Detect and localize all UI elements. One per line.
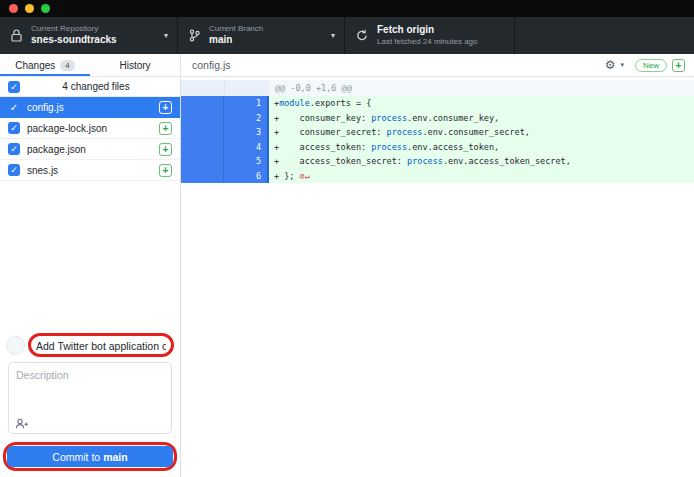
- diff-lines: 1+module.exports = {2+ consumer_key: pro…: [181, 96, 694, 183]
- old-line-number: [181, 169, 224, 184]
- sidebar-tabbar: Changes 4 History: [0, 54, 180, 77]
- code-keyword: process: [371, 113, 407, 123]
- file-row[interactable]: ✓package-lock.json+: [0, 118, 180, 139]
- commit-button-branch: main: [103, 451, 128, 463]
- new-line-number: 2: [224, 111, 267, 126]
- diff-line-code: + access_token: process.env.access_token…: [269, 140, 694, 155]
- diff-line-gutter[interactable]: 6: [181, 169, 269, 184]
- file-row[interactable]: ✓snes.js+: [0, 160, 180, 181]
- file-checkbox[interactable]: ✓: [8, 164, 20, 176]
- file-checkbox[interactable]: ✓: [8, 143, 20, 155]
- avatar: [6, 336, 25, 355]
- diff-line[interactable]: 1+module.exports = {: [181, 96, 694, 111]
- branch-name: main: [209, 34, 263, 47]
- added-status-icon: +: [159, 164, 172, 177]
- minimize-window-button[interactable]: [25, 4, 34, 13]
- old-line-number: [181, 140, 224, 155]
- diff-line[interactable]: 2+ consumer_key: process.env.consumer_ke…: [181, 111, 694, 126]
- code-text: .env.consumer_secret,: [422, 127, 529, 137]
- tab-changes[interactable]: Changes 4: [0, 54, 90, 76]
- file-name: package-lock.json: [27, 123, 152, 134]
- file-row[interactable]: ✓config.js+: [0, 97, 180, 118]
- file-checkbox[interactable]: ✓: [8, 122, 20, 134]
- file-name: config.js: [27, 102, 152, 113]
- fetch-sublabel: Last fetched 24 minutes ago: [377, 37, 478, 47]
- code-keyword: module: [279, 98, 310, 108]
- sync-icon: [356, 29, 368, 42]
- code-text: .exports = {: [310, 98, 371, 108]
- diff-line-gutter[interactable]: 5: [181, 154, 269, 169]
- zoom-window-button[interactable]: [41, 4, 50, 13]
- repository-name: snes-soundtracks: [31, 34, 117, 47]
- file-list: ✓config.js+✓package-lock.json+✓package.j…: [0, 97, 180, 181]
- hunk-header-row: @@ -0,0 +1,6 @@: [181, 80, 694, 96]
- commit-form: Commit to main: [0, 328, 180, 477]
- current-repository-dropdown[interactable]: Current Repository snes-soundtracks ▾: [0, 17, 178, 54]
- branch-labels: Current Branch main: [209, 24, 263, 47]
- expand-diff-icon[interactable]: +: [672, 59, 685, 72]
- diff-line[interactable]: 6+ }; ⊘↵: [181, 169, 694, 184]
- code-text: + consumer_key:: [274, 113, 371, 123]
- diff-line-gutter[interactable]: 2: [181, 111, 269, 126]
- commit-summary-input[interactable]: [34, 338, 168, 354]
- new-line-number: 1: [224, 96, 267, 111]
- select-all-checkbox[interactable]: ✓: [8, 81, 20, 93]
- diff-line-gutter[interactable]: 4: [181, 140, 269, 155]
- tab-history-label: History: [119, 60, 150, 71]
- new-line-number: 6: [224, 169, 267, 184]
- new-line-number: 5: [224, 154, 267, 169]
- repository-labels: Current Repository snes-soundtracks: [31, 24, 117, 47]
- diff-body: @@ -0,0 +1,6 @@ 1+module.exports = {2+ c…: [181, 77, 694, 183]
- main-content: Changes 4 History ✓ 4 changed files ✓con…: [0, 54, 694, 477]
- code-keyword: process: [407, 156, 443, 166]
- commit-summary-row: [6, 333, 174, 357]
- changed-files-count: 4 changed files: [20, 81, 172, 92]
- old-line-number: [181, 111, 224, 126]
- repository-label: Current Repository: [31, 24, 117, 34]
- commit-description-input[interactable]: [9, 363, 171, 409]
- commit-button-prefix: Commit to: [52, 451, 103, 463]
- file-name: package.json: [27, 144, 152, 155]
- file-row[interactable]: ✓package.json+: [0, 139, 180, 160]
- code-text: .env.access_token_secret,: [443, 156, 571, 166]
- chevron-down-icon: ▾: [331, 31, 335, 40]
- checkmark-icon[interactable]: ✓: [8, 102, 20, 113]
- fetch-labels: Fetch origin Last fetched 24 minutes ago: [377, 24, 478, 47]
- tab-changes-label: Changes: [15, 60, 55, 71]
- diff-header: config.js ⚙ ▾ New +: [181, 54, 694, 77]
- changes-sidebar: Changes 4 History ✓ 4 changed files ✓con…: [0, 54, 181, 477]
- code-text: .env.access_token,: [407, 142, 499, 152]
- changed-files-header: ✓ 4 changed files: [0, 77, 180, 97]
- gear-icon[interactable]: ⚙: [605, 59, 616, 71]
- code-text: + access_token_secret:: [274, 156, 407, 166]
- fetch-origin-button[interactable]: Fetch origin Last fetched 24 minutes ago: [345, 17, 515, 54]
- tab-history[interactable]: History: [90, 54, 180, 76]
- changes-count-badge: 4: [60, 60, 74, 71]
- diff-line-gutter[interactable]: 1: [181, 96, 269, 111]
- close-window-button[interactable]: [9, 4, 18, 13]
- added-status-icon: +: [159, 122, 172, 135]
- diff-line[interactable]: 5+ access_token_secret: process.env.acce…: [181, 154, 694, 169]
- current-branch-dropdown[interactable]: Current Branch main ▾: [178, 17, 345, 54]
- diff-line[interactable]: 3+ consumer_secret: process.env.consumer…: [181, 125, 694, 140]
- annotation-ring-commit-button: Commit to main: [3, 442, 177, 471]
- add-coauthor-icon[interactable]: [15, 418, 29, 429]
- hunk-gutter: [181, 80, 269, 96]
- commit-description-box: [8, 362, 172, 434]
- diff-line-code: +module.exports = {: [269, 96, 694, 111]
- old-line-number: [181, 96, 224, 111]
- added-status-icon: +: [159, 143, 172, 156]
- diff-line[interactable]: 4+ access_token: process.env.access_toke…: [181, 140, 694, 155]
- new-line-number: 3: [224, 125, 267, 140]
- hunk-header-text: @@ -0,0 +1,6 @@: [269, 80, 694, 96]
- fetch-label: Fetch origin: [377, 24, 478, 37]
- new-line-number: 4: [224, 140, 267, 155]
- diff-panel: config.js ⚙ ▾ New + @@ -0,0 +1,6 @@ 1+mo…: [181, 54, 694, 477]
- commit-to-main-button[interactable]: Commit to main: [7, 446, 173, 467]
- diff-line-gutter[interactable]: 3: [181, 125, 269, 140]
- chevron-down-icon: ▾: [164, 31, 168, 40]
- diff-line-code: + consumer_key: process.env.consumer_key…: [269, 111, 694, 126]
- chevron-down-icon[interactable]: ▾: [620, 61, 624, 69]
- code-keyword: process: [387, 127, 423, 137]
- no-newline-icon: ⊘↵: [294, 171, 309, 181]
